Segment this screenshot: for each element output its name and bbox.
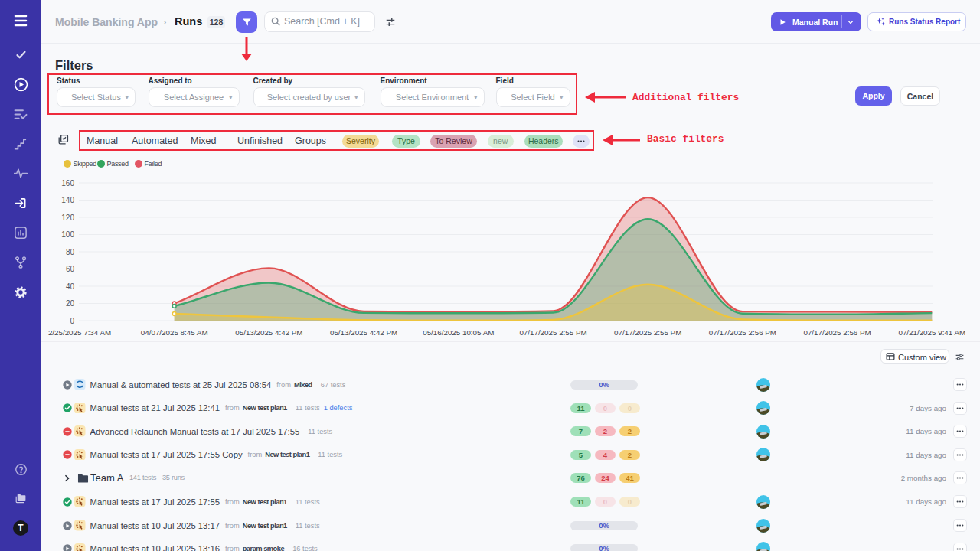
svg-text:05/13/2025 4:42 PM: 05/13/2025 4:42 PM (330, 328, 397, 337)
svg-text:60: 60 (66, 265, 75, 273)
svg-text:07/21/2025 9:41 AM: 07/21/2025 9:41 AM (898, 328, 965, 337)
svg-text:07/17/2025 2:56 PM: 07/17/2025 2:56 PM (709, 328, 776, 337)
svg-text:07/17/2025 2:55 PM: 07/17/2025 2:55 PM (614, 328, 681, 337)
svg-text:0: 0 (70, 317, 74, 325)
svg-text:07/17/2025 2:55 PM: 07/17/2025 2:55 PM (519, 328, 586, 337)
svg-text:05/13/2025 4:42 PM: 05/13/2025 4:42 PM (235, 328, 302, 337)
svg-text:120: 120 (61, 214, 74, 222)
svg-text:140: 140 (61, 196, 74, 204)
svg-text:40: 40 (66, 282, 75, 291)
svg-text:80: 80 (66, 248, 75, 256)
svg-text:20: 20 (66, 299, 75, 308)
svg-text:100: 100 (61, 230, 74, 239)
svg-text:07/17/2025 2:56 PM: 07/17/2025 2:56 PM (803, 328, 871, 337)
svg-text:160: 160 (61, 179, 74, 187)
svg-text:04/07/2025 8:45 AM: 04/07/2025 8:45 AM (141, 328, 208, 337)
svg-text:05/16/2025 10:05 AM: 05/16/2025 10:05 AM (423, 328, 494, 337)
svg-text:2/25/2025 7:34 AM: 2/25/2025 7:34 AM (48, 328, 111, 337)
